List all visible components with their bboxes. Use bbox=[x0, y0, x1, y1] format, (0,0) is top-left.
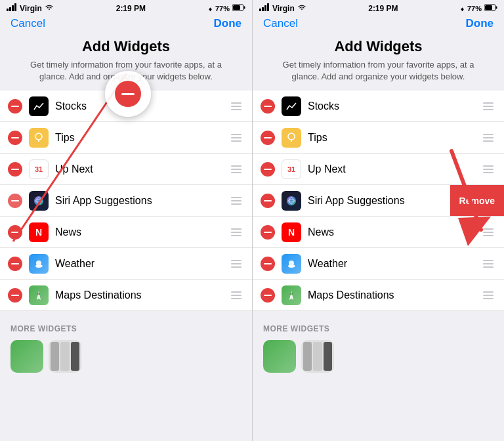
status-bar-right: Virgin 2:19 PM ⬧ 77% bbox=[253, 0, 504, 14]
upnext-label-left: Up Next bbox=[55, 163, 228, 175]
svg-rect-17 bbox=[264, 5, 266, 11]
maps-label-left: Maps Destinations bbox=[55, 289, 228, 301]
status-left: Virgin bbox=[7, 3, 54, 13]
signal-icon bbox=[7, 3, 17, 13]
weather-icon-left bbox=[29, 254, 49, 274]
svg-rect-15 bbox=[259, 9, 261, 11]
svg-rect-21 bbox=[485, 5, 492, 10]
battery-pct-left: 77% bbox=[215, 5, 230, 12]
weather-label-left: Weather bbox=[55, 258, 228, 270]
time-right: 2:19 PM bbox=[368, 4, 398, 13]
drag-handle-weather-right[interactable] bbox=[480, 257, 496, 270]
status-right-left: ⬧ 77% bbox=[208, 4, 245, 12]
drag-handle-upnext-left[interactable] bbox=[228, 163, 244, 176]
battery-icon-left bbox=[232, 4, 245, 12]
svg-point-30 bbox=[290, 293, 293, 295]
upnext-label-right: Up Next bbox=[308, 163, 480, 175]
widget-siri-right: Siri App Suggestions Remove bbox=[253, 185, 504, 217]
news-label-left: News bbox=[55, 226, 228, 238]
drag-handle-stocks-left[interactable] bbox=[228, 100, 244, 113]
drag-handle-upnext-right[interactable] bbox=[480, 163, 496, 176]
drag-handle-maps-left[interactable] bbox=[228, 289, 244, 302]
left-panel: Virgin 2:19 PM ⬧ 77% Canc bbox=[0, 0, 252, 441]
svg-point-14 bbox=[37, 293, 40, 295]
signal-icon-right bbox=[259, 3, 270, 13]
cancel-button-left[interactable]: Cancel bbox=[10, 17, 45, 30]
tips-icon-left bbox=[29, 128, 49, 148]
widget-siri-left: Siri App Suggestions bbox=[0, 185, 252, 217]
stocks-label-right: Stocks bbox=[308, 100, 480, 112]
remove-btn-weather-right[interactable] bbox=[261, 257, 275, 271]
carrier-left: Virgin bbox=[20, 4, 42, 13]
widget-maps-right: Maps Destinations bbox=[253, 280, 504, 311]
widget-list-left: Stocks Tips 31 Up Next bbox=[0, 91, 252, 311]
drag-handle-maps-right[interactable] bbox=[480, 289, 496, 302]
nav-bar-left: Cancel Done bbox=[0, 14, 252, 34]
drag-handle-news-left[interactable] bbox=[228, 226, 244, 239]
svg-rect-20 bbox=[496, 7, 497, 9]
drag-handle-tips-left[interactable] bbox=[228, 131, 244, 144]
annotation-circle bbox=[105, 71, 151, 117]
remove-btn-tips-left[interactable] bbox=[8, 131, 22, 145]
svg-rect-2 bbox=[12, 5, 14, 11]
widget-tips-right: Tips bbox=[253, 122, 504, 154]
svg-rect-16 bbox=[262, 7, 264, 11]
news-icon-right: N bbox=[282, 222, 301, 242]
remove-btn-siri-left[interactable] bbox=[8, 194, 22, 208]
siri-icon-right bbox=[282, 191, 301, 211]
done-button-right[interactable]: Done bbox=[466, 17, 494, 30]
widget-news-left: N News bbox=[0, 217, 252, 248]
remove-btn-news-right[interactable] bbox=[261, 225, 275, 240]
siri-label-left: Siri App Suggestions bbox=[55, 195, 228, 207]
weather-icon-right bbox=[282, 254, 301, 274]
drag-handle-stocks-right[interactable] bbox=[480, 100, 496, 113]
cancel-button-right[interactable]: Cancel bbox=[263, 17, 298, 30]
remove-btn-siri-right[interactable] bbox=[261, 194, 275, 208]
remove-btn-maps-right[interactable] bbox=[261, 288, 275, 303]
widget-stocks-right: Stocks bbox=[253, 91, 504, 122]
remove-btn-stocks-left[interactable] bbox=[8, 99, 22, 114]
more-widget-2-left[interactable] bbox=[49, 340, 81, 373]
drag-handle-weather-left[interactable] bbox=[228, 257, 244, 270]
maps-label-right: Maps Destinations bbox=[308, 289, 480, 301]
more-widget-1-right[interactable] bbox=[263, 340, 296, 373]
tips-label-left: Tips bbox=[55, 132, 228, 144]
widget-upnext-right: 31 Up Next bbox=[253, 154, 504, 185]
remove-btn-upnext-left[interactable] bbox=[8, 162, 22, 177]
remove-action-button[interactable]: Remove bbox=[450, 185, 504, 217]
stocks-icon-left bbox=[29, 96, 49, 116]
remove-btn-maps-left[interactable] bbox=[8, 288, 22, 303]
svg-rect-18 bbox=[267, 3, 269, 11]
done-button-left[interactable]: Done bbox=[214, 17, 242, 30]
more-widget-1-left[interactable] bbox=[10, 340, 43, 373]
more-section-right: MORE WIDGETS bbox=[253, 311, 504, 378]
more-title-left: MORE WIDGETS bbox=[10, 324, 242, 333]
svg-rect-1 bbox=[9, 7, 11, 11]
drag-handle-news-right[interactable] bbox=[480, 226, 496, 239]
battery-pct-right: 77% bbox=[467, 5, 482, 12]
remove-btn-stocks-right[interactable] bbox=[261, 99, 275, 114]
widget-weather-right: Weather bbox=[253, 248, 504, 280]
header-desc-right: Get timely information from your favorit… bbox=[268, 59, 488, 83]
drag-handle-tips-right[interactable] bbox=[480, 131, 496, 144]
upnext-icon-left: 31 bbox=[29, 159, 49, 179]
svg-rect-5 bbox=[244, 7, 245, 9]
tips-icon-right bbox=[282, 128, 301, 148]
upnext-icon-right: 31 bbox=[282, 159, 301, 179]
stocks-icon-right bbox=[282, 96, 301, 116]
widget-upnext-left: 31 Up Next bbox=[0, 154, 252, 185]
remove-btn-tips-right[interactable] bbox=[261, 131, 275, 145]
more-widgets-row-right bbox=[263, 340, 494, 373]
svg-rect-0 bbox=[7, 9, 9, 11]
right-panel: Virgin 2:19 PM ⬧ 77% Canc bbox=[252, 0, 504, 441]
remove-btn-upnext-right[interactable] bbox=[261, 162, 275, 177]
drag-handle-siri-left[interactable] bbox=[228, 194, 244, 207]
remove-btn-weather-left[interactable] bbox=[8, 257, 22, 271]
remove-btn-news-left[interactable] bbox=[8, 225, 22, 240]
more-section-left: MORE WIDGETS bbox=[0, 311, 252, 378]
bluetooth-icon-left: ⬧ bbox=[208, 5, 213, 12]
widget-list-right: Stocks Tips 31 Up Next bbox=[253, 91, 504, 311]
more-widget-2-right[interactable] bbox=[301, 340, 334, 373]
widget-weather-left: Weather bbox=[0, 248, 252, 280]
wifi-icon-left bbox=[45, 4, 54, 13]
